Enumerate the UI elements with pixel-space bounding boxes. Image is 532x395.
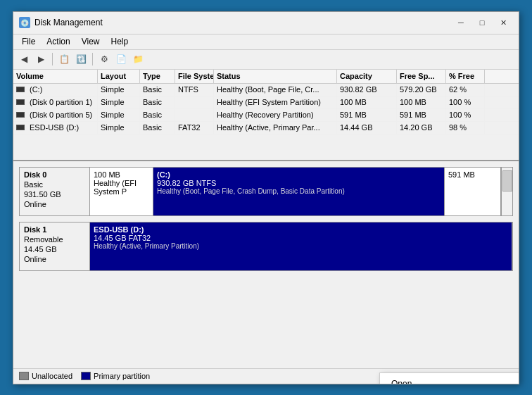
- minimize-button[interactable]: ─: [451, 15, 471, 30]
- cell-layout-0: Simple: [98, 84, 140, 96]
- col-header-type[interactable]: Type: [140, 70, 175, 83]
- col-header-fs[interactable]: File System: [175, 70, 214, 83]
- legend-unallocated-label: Unallocated: [32, 372, 72, 380]
- disk-0-c-partition[interactable]: (C:) 930.82 GB NTFS Healthy (Boot, Page …: [153, 168, 445, 215]
- settings-button[interactable]: ⚙: [96, 51, 112, 67]
- col-header-freesp[interactable]: Free Sp...: [397, 70, 446, 83]
- scrollbar-thumb[interactable]: [502, 170, 512, 192]
- maximize-button[interactable]: □: [472, 15, 492, 30]
- table-row[interactable]: ESD-USB (D:) Simple Basic FAT32 Healthy …: [13, 122, 519, 134]
- cell-type-1: Basic: [140, 96, 175, 108]
- disk-1-label: Disk 1 Removable 14.45 GB Online: [20, 222, 90, 270]
- close-button[interactable]: ✕: [493, 15, 513, 30]
- disk-0-efi-partition[interactable]: 100 MB Healthy (EFI System P: [90, 168, 153, 215]
- cell-pctfree-2: 100 %: [446, 109, 485, 121]
- legend-primary-box: [81, 372, 91, 380]
- cell-capacity-1: 100 MB: [337, 96, 397, 108]
- menu-help[interactable]: Help: [106, 35, 134, 48]
- cell-freesp-0: 579.20 GB: [397, 84, 446, 96]
- toolbar-sep-2: [92, 53, 93, 65]
- cell-fs-3: FAT32: [175, 122, 214, 134]
- ctx-open[interactable]: Open: [380, 376, 519, 384]
- cell-type-2: Basic: [140, 109, 175, 121]
- usb-size: 14.45 GB FAT32: [94, 234, 508, 242]
- menu-bar: File Action View Help: [13, 35, 519, 50]
- efi-status: Healthy (EFI System P: [94, 179, 149, 196]
- disk-0-label: Disk 0 Basic 931.50 GB Online: [20, 168, 90, 215]
- cell-layout-1: Simple: [98, 96, 140, 108]
- table-body: (C:) Simple Basic NTFS Healthy (Boot, Pa…: [13, 84, 519, 160]
- table-row[interactable]: (C:) Simple Basic NTFS Healthy (Boot, Pa…: [13, 84, 519, 96]
- cell-status-3: Healthy (Active, Primary Par...: [214, 122, 337, 134]
- disk-0-recovery-partition[interactable]: 591 MB: [445, 168, 501, 215]
- efi-size: 100 MB: [94, 170, 149, 179]
- col-header-volume[interactable]: Volume: [13, 70, 98, 83]
- disk-0-name: Disk 0: [24, 170, 85, 179]
- cell-type-0: Basic: [140, 84, 175, 96]
- col-header-capacity[interactable]: Capacity: [337, 70, 397, 83]
- col-header-pctfree[interactable]: % Free: [446, 70, 485, 83]
- usb-name: ESD-USB (D:): [94, 225, 508, 234]
- window-title: Disk Management: [34, 18, 451, 27]
- disk-list-button[interactable]: 📋: [56, 51, 72, 67]
- col-header-layout[interactable]: Layout: [98, 70, 140, 83]
- disk-1-name: Disk 1: [24, 225, 85, 234]
- cell-layout-3: Simple: [98, 122, 140, 134]
- col-header-status[interactable]: Status: [214, 70, 337, 83]
- cell-pctfree-3: 98 %: [446, 122, 485, 134]
- table-header: Volume Layout Type File System Status Ca…: [13, 70, 519, 84]
- cell-pctfree-0: 62 %: [446, 84, 485, 96]
- toolbar-sep-1: [52, 53, 53, 65]
- cell-freesp-3: 14.20 GB: [397, 122, 446, 134]
- disk-0-size: 931.50 GB: [24, 190, 85, 199]
- cell-volume-2: (Disk 0 partition 5): [13, 109, 98, 121]
- cell-status-2: Healthy (Recovery Partition): [214, 109, 337, 121]
- disk-1-usb-partition[interactable]: ESD-USB (D:) 14.45 GB FAT32 Healthy (Act…: [90, 222, 512, 270]
- legend-primary-label: Primary partition: [94, 372, 150, 380]
- cell-fs-2: [175, 109, 214, 121]
- cell-type-3: Basic: [140, 122, 175, 134]
- window-controls: ─ □ ✕: [451, 15, 513, 30]
- menu-action[interactable]: Action: [41, 35, 75, 48]
- cell-status-1: Healthy (EFI System Partition): [214, 96, 337, 108]
- forward-button[interactable]: ▶: [33, 51, 49, 67]
- c-status: Healthy (Boot, Page File, Crash Dump, Ba…: [157, 187, 441, 195]
- disk-1-partitions: ESD-USB (D:) 14.45 GB FAT32 Healthy (Act…: [90, 222, 512, 270]
- volume-table: Volume Layout Type File System Status Ca…: [13, 70, 519, 161]
- cell-volume-1: (Disk 0 partition 1): [13, 96, 98, 108]
- cell-fs-1: [175, 96, 214, 108]
- cell-freesp-1: 100 MB: [397, 96, 446, 108]
- cell-volume-0: (C:): [13, 84, 98, 96]
- menu-file[interactable]: File: [16, 35, 41, 48]
- cell-capacity-3: 14.44 GB: [337, 122, 397, 134]
- cell-capacity-0: 930.82 GB: [337, 84, 397, 96]
- title-bar: 💿 Disk Management ─ □ ✕: [13, 12, 519, 35]
- menu-view[interactable]: View: [76, 35, 106, 48]
- context-menu: Open Explore Mark Partition as Active Ch…: [379, 372, 519, 384]
- c-size: 930.82 GB NTFS: [157, 179, 441, 187]
- legend-unallocated-box: [19, 372, 29, 380]
- legend-primary: Primary partition: [81, 372, 150, 380]
- table-row[interactable]: (Disk 0 partition 5) Simple Basic Health…: [13, 109, 519, 122]
- app-icon: 💿: [19, 17, 30, 28]
- disk-1-status: Online: [24, 255, 85, 263]
- disk-1-size: 14.45 GB: [24, 245, 85, 253]
- table-row[interactable]: (Disk 0 partition 1) Simple Basic Health…: [13, 96, 519, 109]
- refresh-button[interactable]: 🔃: [73, 51, 89, 67]
- cell-pctfree-1: 100 %: [446, 96, 485, 108]
- cell-layout-2: Simple: [98, 109, 140, 121]
- main-content: Volume Layout Type File System Status Ca…: [13, 70, 519, 384]
- disk-rows-area: Disk 0 Basic 931.50 GB Online 100 MB Hea…: [13, 161, 519, 368]
- disk-0-status: Online: [24, 200, 85, 208]
- back-button[interactable]: ◀: [16, 51, 32, 67]
- toolbar: ◀ ▶ 📋 🔃 ⚙ 📄 📁: [13, 50, 519, 70]
- usb-status: Healthy (Active, Primary Partition): [94, 242, 508, 250]
- cell-status-0: Healthy (Boot, Page File, Cr...: [214, 84, 337, 96]
- open-button[interactable]: 📁: [130, 51, 146, 67]
- disk-section-wrapper: Disk 0 Basic 931.50 GB Online 100 MB Hea…: [13, 161, 519, 384]
- cell-volume-3: ESD-USB (D:): [13, 122, 98, 134]
- c-name: (C:): [157, 170, 441, 179]
- disk-scrollbar[interactable]: [501, 168, 512, 215]
- disk-0-row: Disk 0 Basic 931.50 GB Online 100 MB Hea…: [19, 167, 513, 216]
- new-button[interactable]: 📄: [113, 51, 129, 67]
